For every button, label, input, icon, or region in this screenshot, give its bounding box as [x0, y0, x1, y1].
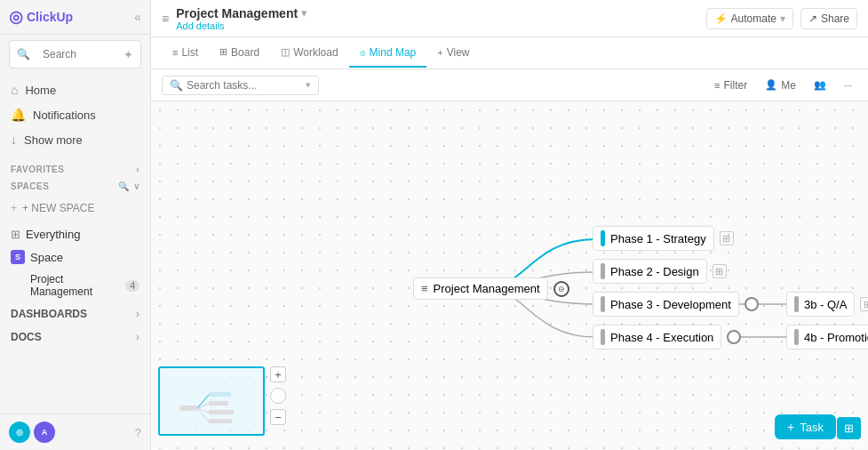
add-task-button[interactable]: + Task	[775, 414, 836, 439]
avatar-secondary[interactable]: A	[34, 422, 55, 443]
svg-rect-9	[209, 410, 234, 414]
phase4-node[interactable]: Phase 4 - Execution	[593, 325, 741, 350]
minimap-minus-control: −	[270, 409, 286, 425]
phase3-label[interactable]: Phase 3 - Development	[593, 292, 739, 317]
spaces-search-icon[interactable]: 🔍	[118, 181, 130, 191]
task-button-label: Task	[800, 421, 824, 434]
search-input[interactable]	[36, 44, 118, 64]
minimap-dot-control	[270, 388, 286, 404]
share-label: Share	[821, 12, 849, 25]
svg-rect-7	[209, 392, 231, 397]
grid-options-button[interactable]: ⊞	[837, 417, 861, 439]
share-button[interactable]: ↗ Share	[800, 8, 857, 29]
topbar-left: ≡ Project Management ▾ Add details	[162, 6, 307, 31]
magic-icon[interactable]: ✦	[123, 48, 133, 61]
phase1-label-text: Phase 1 - Strategy	[610, 232, 706, 245]
phase3-label-text: Phase 3 - Development	[610, 298, 731, 311]
sidebar-logo: ◎ ClickUp	[9, 7, 73, 27]
sidebar-item-home[interactable]: ⌂ Home	[0, 77, 150, 102]
topbar-right: ⚡ Automate ▾ ↗ Share	[706, 8, 857, 29]
phase3-node[interactable]: Phase 3 - Development	[593, 292, 759, 317]
avatar-primary[interactable]: ◎	[9, 422, 30, 443]
phase3-color-bar	[601, 296, 605, 312]
search-dropdown-icon[interactable]: ▾	[306, 79, 311, 91]
qa-label[interactable]: 3b - Q/A	[786, 292, 855, 317]
tab-board[interactable]: ⊞ Board	[209, 39, 270, 68]
filter-button[interactable]: ≡ Filter	[709, 76, 753, 94]
filter-icon: ≡	[714, 80, 720, 91]
phase2-node[interactable]: Phase 2 - Design ⊞	[593, 259, 727, 284]
search-icon: 🔍	[17, 48, 30, 60]
new-space-label: + NEW SPACE	[22, 202, 94, 214]
tab-workload[interactable]: ◫ Workload	[270, 39, 348, 68]
topbar-title: Project Management	[176, 6, 298, 20]
new-space-icon: +	[11, 202, 17, 214]
phase4-label[interactable]: Phase 4 - Execution	[593, 325, 721, 350]
phase1-label[interactable]: Phase 1 - Strategy	[593, 226, 714, 251]
phase2-label[interactable]: Phase 2 - Design	[593, 259, 707, 284]
tab-list[interactable]: ≡ List	[162, 39, 209, 68]
qa-expand-icon[interactable]: ⊞	[860, 297, 868, 311]
phase4-color-bar	[601, 329, 605, 345]
sidebar-sections: FAVORITES › SPACES 🔍 ∨ + + NEW SPACE ⊞ E…	[0, 156, 150, 414]
reset-zoom-button[interactable]	[270, 388, 286, 404]
phase4-expand[interactable]	[727, 330, 741, 344]
phase2-expand-icon[interactable]: ⊞	[713, 264, 727, 278]
spaces-expand-icon[interactable]: ∨	[133, 181, 140, 191]
add-view-icon: +	[437, 47, 442, 58]
sidebar-item-show-more[interactable]: ↓ Show more	[0, 127, 150, 152]
promotion-node[interactable]: 4b - Promotion ⊞	[786, 325, 868, 350]
add-view-label: View	[447, 46, 470, 59]
sidebar-item-docs[interactable]: DOCS ›	[0, 325, 150, 349]
help-icon[interactable]: ?	[135, 426, 141, 439]
sidebar-item-notifications[interactable]: 🔔 Notifications	[0, 102, 150, 127]
favorites-expand-icon[interactable]: ›	[136, 165, 139, 174]
root-node[interactable]: ≡ Project Management ⊖	[413, 277, 569, 300]
sidebar-item-notifications-label: Notifications	[33, 108, 96, 122]
root-node-label[interactable]: ≡ Project Management	[413, 277, 548, 300]
mindmap-canvas[interactable]: ≡ Project Management ⊖ Phase 1 - Strateg…	[151, 101, 868, 450]
avatars-icon: 👥	[814, 79, 826, 91]
avatar-group: ◎ A	[9, 422, 55, 443]
automate-button[interactable]: ⚡ Automate ▾	[706, 8, 793, 29]
sidebar-item-project-management[interactable]: Project Management 4	[0, 269, 150, 302]
svg-rect-10	[209, 419, 232, 423]
root-label-text: Project Management	[434, 282, 540, 295]
qa-node[interactable]: 3b - Q/A ⊞	[786, 292, 868, 317]
avatars-button[interactable]: 👥	[808, 76, 832, 93]
sidebar-item-everything[interactable]: ⊞ Everything	[0, 223, 150, 245]
sidebar-item-space[interactable]: S Space	[0, 245, 150, 269]
toolbar-search-icon: 🔍	[170, 79, 183, 92]
new-space-button[interactable]: + + NEW SPACE	[0, 197, 150, 220]
logo-icon: ◎	[9, 7, 23, 27]
more-button[interactable]: ···	[839, 77, 857, 93]
pm-badge: 4	[125, 280, 139, 292]
phase3-expand[interactable]	[745, 297, 759, 311]
phase1-expand-icon[interactable]: ⊞	[720, 231, 734, 245]
workload-tab-icon: ◫	[281, 46, 290, 58]
main-content: ≡ Project Management ▾ Add details ⚡ Aut…	[151, 0, 868, 450]
phase2-color-bar	[601, 263, 605, 279]
topbar-subtitle[interactable]: Add details	[176, 20, 307, 31]
sidebar-item-dashboards[interactable]: DASHBOARDS ›	[0, 302, 150, 325]
tab-add-view[interactable]: + View	[426, 39, 480, 68]
tab-mindmap[interactable]: ⌾ Mind Map	[349, 39, 427, 68]
notifications-icon: 🔔	[11, 108, 26, 122]
sidebar-collapse-icon[interactable]: «	[134, 10, 141, 24]
sidebar-header: ◎ ClickUp «	[0, 0, 150, 35]
board-tab-icon: ⊞	[219, 46, 227, 58]
dashboards-label: DASHBOARDS	[11, 308, 87, 320]
topbar: ≡ Project Management ▾ Add details ⚡ Aut…	[151, 0, 868, 37]
zoom-out-button[interactable]: −	[270, 409, 286, 425]
phase1-node[interactable]: Phase 1 - Strategy ⊞	[593, 226, 734, 251]
topbar-dropdown-icon[interactable]: ▾	[301, 6, 307, 20]
project-icon: ≡	[162, 12, 169, 26]
mindmap-tab-icon: ⌾	[360, 47, 366, 58]
zoom-in-button[interactable]: +	[270, 366, 286, 382]
sidebar: ◎ ClickUp « 🔍 ✦ ⌂ Home 🔔 Notifications ↓…	[0, 0, 151, 450]
toolbar-search-input[interactable]	[187, 79, 302, 92]
root-expand[interactable]: ⊖	[553, 281, 569, 297]
me-button[interactable]: 👤 Me	[760, 76, 801, 94]
promotion-label[interactable]: 4b - Promotion	[786, 325, 868, 350]
toolbar-search-container: 🔍 ▾	[162, 76, 319, 95]
